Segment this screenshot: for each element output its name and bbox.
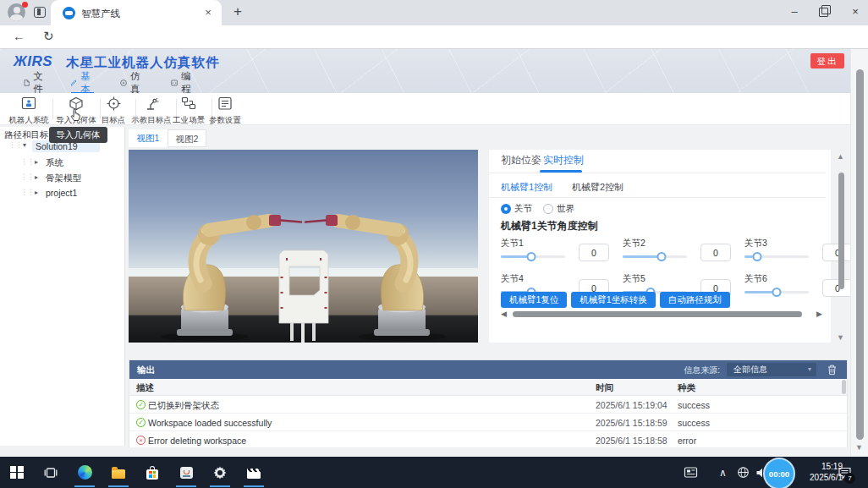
clock-time: 15:19 bbox=[790, 461, 843, 472]
drag-handle-icon[interactable]: ⋮⋮ bbox=[20, 188, 34, 196]
tree-collapse-icon[interactable]: ▸ bbox=[35, 158, 38, 166]
settings-list-icon bbox=[217, 96, 233, 111]
joint-value-input[interactable] bbox=[700, 244, 731, 261]
tree-collapse-icon[interactable]: ▸ bbox=[35, 173, 38, 181]
start-button[interactable] bbox=[0, 457, 34, 488]
tree-item-system[interactable]: ⋮⋮ ▸ 系统 bbox=[0, 156, 125, 171]
tree-item-label[interactable]: project1 bbox=[46, 188, 77, 198]
robot-arm-icon bbox=[144, 96, 159, 111]
tree-collapse-icon[interactable]: ▸ bbox=[35, 189, 38, 196]
network-icon[interactable] bbox=[737, 457, 750, 488]
scroll-down-icon[interactable]: ▼ bbox=[837, 333, 844, 342]
joint-slider[interactable] bbox=[623, 251, 687, 261]
taskbar-video-app[interactable] bbox=[237, 457, 271, 488]
refresh-icon[interactable]: ↻ bbox=[43, 29, 54, 44]
tab-initial-pose[interactable]: 初始位姿 bbox=[501, 153, 541, 167]
globe-icon bbox=[737, 466, 750, 479]
toolbar-label: 目标点 bbox=[95, 115, 132, 126]
auto-path-planning-button[interactable]: 自动路径规划 bbox=[660, 292, 730, 308]
tree-item-label[interactable]: 系统 bbox=[46, 157, 63, 169]
news-icon bbox=[684, 466, 698, 479]
target-icon bbox=[107, 96, 121, 111]
page-scroll-down-icon[interactable]: ▼ bbox=[855, 443, 863, 452]
toolbar-teach-target[interactable]: 示教目标点 bbox=[129, 95, 173, 123]
widgets-tray-icon[interactable] bbox=[684, 457, 698, 488]
taskbar-java-app[interactable] bbox=[169, 457, 203, 488]
show-hidden-icons-button[interactable]: ∧ bbox=[719, 457, 727, 488]
joint-slider[interactable] bbox=[501, 251, 565, 261]
scroll-up-icon[interactable]: ▲ bbox=[837, 152, 844, 161]
taskbar-clock[interactable]: 15:19 2025/6/1 bbox=[790, 461, 843, 483]
page-scrollbar[interactable]: ▼ bbox=[850, 49, 868, 457]
horizontal-scroll-thumb[interactable] bbox=[513, 311, 802, 317]
taskbar-store[interactable] bbox=[135, 457, 169, 488]
toolbar-robot-system[interactable]: 机器人系统 bbox=[7, 95, 51, 123]
profile-notification-dot bbox=[22, 2, 28, 8]
output-panel: 输出 信息来源: 全部信息 ▾ 描述 时间 种类 ✓ 已切换到骨架状态 2025… bbox=[129, 359, 848, 447]
window-restore-button[interactable] bbox=[819, 8, 828, 17]
logout-button[interactable]: 登出 bbox=[810, 53, 844, 69]
output-row[interactable]: ✓ Workspace loaded successfully 2025/6/1… bbox=[129, 414, 847, 431]
taskbar-explorer[interactable] bbox=[102, 457, 135, 488]
3d-viewport[interactable] bbox=[129, 150, 478, 343]
output-row[interactable]: ✓ 已切换到骨架状态 2025/6/1 15:19:04 success bbox=[129, 396, 847, 414]
tree-item-project1[interactable]: ⋮⋮ ▸ project1 bbox=[0, 186, 125, 201]
browser-tab[interactable]: 智慧产线 × bbox=[51, 0, 222, 25]
arm1-coordinate-transform-button[interactable]: 机械臂1坐标转换 bbox=[571, 292, 655, 308]
error-icon: × bbox=[136, 436, 146, 445]
drag-handle-icon[interactable]: ⋮⋮ bbox=[20, 157, 34, 166]
back-icon[interactable]: ← bbox=[13, 29, 25, 43]
select-caret-icon: ▾ bbox=[808, 363, 811, 376]
toolbar-parameter-settings[interactable]: 参数设置 bbox=[206, 95, 244, 123]
scroll-left-icon[interactable]: ◀ bbox=[501, 310, 507, 318]
arm1-reset-button[interactable]: 机械臂1复位 bbox=[501, 292, 567, 308]
joint-value-input[interactable] bbox=[579, 244, 609, 261]
subtab-arm1-control[interactable]: 机械臂1控制 bbox=[501, 181, 552, 194]
task-view-button[interactable] bbox=[34, 457, 68, 488]
menu-item-basic[interactable]: 基本 bbox=[71, 74, 94, 93]
tab-view1[interactable]: 视图1 bbox=[129, 129, 168, 147]
clear-output-button[interactable] bbox=[827, 364, 837, 379]
toolbar-label: 示教目标点 bbox=[129, 115, 173, 126]
taskbar-edge[interactable] bbox=[68, 457, 102, 488]
output-scroll-thumb[interactable] bbox=[842, 380, 846, 394]
tree-expand-icon[interactable]: ▾ bbox=[23, 141, 26, 149]
toolbar-industrial-scene[interactable]: 工业场景 bbox=[169, 95, 208, 123]
menu-item-programming[interactable]: 编程 bbox=[171, 74, 195, 91]
window-close-button[interactable]: × bbox=[846, 5, 865, 18]
joint-slider[interactable] bbox=[744, 287, 809, 297]
toolbar-target-point[interactable]: 目标点 bbox=[95, 95, 132, 123]
screen-recorder-timer[interactable]: 00:00 bbox=[763, 458, 795, 488]
panel-scrollbar[interactable]: ▲ ▼ bbox=[836, 152, 848, 342]
output-row[interactable]: × Error deleting workspace 2025/6/1 15:1… bbox=[129, 431, 847, 447]
workspaces-icon[interactable] bbox=[34, 7, 46, 18]
source-select[interactable]: 全部信息 ▾ bbox=[727, 363, 816, 376]
tab-realtime-control[interactable]: 实时控制 bbox=[543, 153, 584, 167]
panel-scroll-thumb[interactable] bbox=[838, 173, 844, 289]
page-scroll-thumb[interactable] bbox=[856, 69, 864, 440]
radio-selected-icon[interactable] bbox=[501, 204, 511, 214]
joint-slider[interactable] bbox=[744, 251, 809, 261]
horizontal-scrollbar[interactable]: ◀ ▶ bbox=[501, 310, 822, 320]
subtab-arm2-control[interactable]: 机械臂2控制 bbox=[572, 181, 624, 194]
taskbar-settings[interactable] bbox=[203, 457, 237, 488]
new-tab-button[interactable]: + bbox=[233, 3, 242, 20]
output-header: 输出 信息来源: 全部信息 ▾ bbox=[129, 360, 847, 379]
tree-item-label[interactable]: 骨架模型 bbox=[46, 173, 81, 184]
tab-close-icon[interactable]: × bbox=[201, 6, 215, 19]
drag-handle-icon[interactable]: ⋮⋮ bbox=[20, 173, 34, 181]
row-desc: 已切换到骨架状态 bbox=[148, 400, 219, 412]
menu-item-label: 基本 bbox=[80, 70, 93, 93]
window-minimize-button[interactable]: – bbox=[785, 5, 804, 18]
scroll-right-icon[interactable]: ▶ bbox=[816, 310, 822, 318]
radio-joint-mode[interactable]: 关节 bbox=[501, 203, 532, 215]
tab-title: 智慧产线 bbox=[81, 8, 120, 20]
menu-item-simulation[interactable]: 仿真 bbox=[120, 74, 144, 91]
radio-world-mode[interactable]: 世界 bbox=[543, 203, 574, 215]
radio-unselected-icon[interactable] bbox=[543, 204, 553, 214]
tab-view2[interactable]: 视图2 bbox=[168, 129, 206, 147]
screen: 智慧产线 × + – × ← ↻ i localhost ⊖ A ★ ☆ ···… bbox=[0, 0, 868, 488]
tree-item-skeleton-model[interactable]: ⋮⋮ ▸ 骨架模型 bbox=[0, 171, 125, 186]
menu-item-file[interactable]: 文件 bbox=[24, 74, 47, 91]
drag-handle-icon[interactable]: ⋮⋮ bbox=[8, 140, 22, 149]
